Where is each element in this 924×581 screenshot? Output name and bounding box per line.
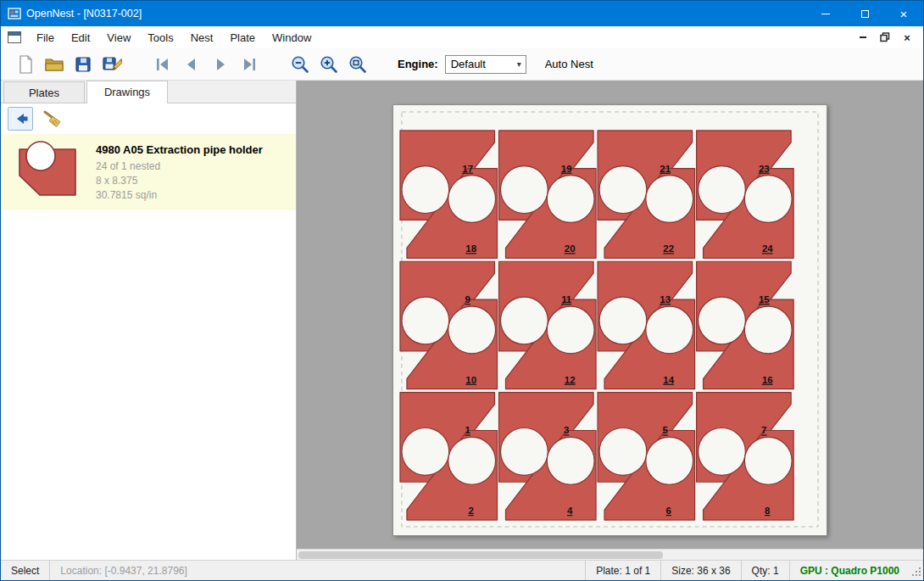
list-item-drawing[interactable]: 4980 A05 Extraction pipe holder 24 of 1 … [1, 134, 296, 210]
save-edit-button[interactable] [97, 51, 126, 78]
go-last-button[interactable] [235, 51, 264, 78]
blue-arrow-left-icon [12, 111, 29, 126]
pipe-hole-cutout [448, 306, 496, 354]
drawings-toolbar [1, 103, 296, 134]
status-plate: Plate: 1 of 1 [585, 561, 660, 580]
part-number-label: 23 [759, 164, 770, 174]
save-button[interactable] [69, 51, 97, 78]
zoom-in-button[interactable] [314, 51, 343, 78]
maximize-icon [861, 10, 869, 18]
menu-nest[interactable]: Nest [182, 28, 222, 47]
status-size: Size: 36 x 36 [660, 561, 740, 580]
pipe-hole-cutout [744, 437, 792, 484]
engine-label: Engine: [398, 58, 438, 70]
send-to-plate-button[interactable] [8, 107, 33, 131]
menu-file[interactable]: File [28, 28, 63, 47]
drawing-list: 4980 A05 Extraction pipe holder 24 of 1 … [1, 134, 296, 560]
nested-pair[interactable]: 56 [598, 393, 695, 520]
nested-pair[interactable]: 78 [697, 393, 794, 520]
drawing-nested-count: 24 of 1 nested [96, 159, 263, 174]
nested-pair[interactable]: 1516 [697, 261, 794, 388]
main-toolbar: Engine: Default ▾ Auto Nest [1, 48, 923, 81]
statusbar: Select Location: [-0.9437, 21.8796] Plat… [1, 560, 923, 580]
nested-pair[interactable]: 1112 [499, 261, 597, 388]
pipe-hole-cutout [699, 427, 746, 475]
auto-nest-button[interactable]: Auto Nest [545, 58, 593, 70]
zoom-in-icon [320, 55, 338, 74]
nested-pair[interactable]: 910 [400, 261, 498, 388]
go-last-icon [240, 57, 259, 72]
mdi-restore-button[interactable] [874, 29, 896, 46]
part-number-label: 7 [761, 425, 766, 435]
nested-pair[interactable]: 1920 [499, 131, 597, 258]
new-document-button[interactable] [11, 51, 40, 78]
nested-pair[interactable]: 1314 [598, 261, 695, 388]
part-number-label: 21 [660, 164, 671, 174]
pipe-hole-cutout [547, 176, 594, 223]
zoom-out-button[interactable] [286, 51, 314, 78]
go-first-button[interactable] [148, 51, 177, 78]
menu-tools[interactable]: Tools [139, 28, 181, 47]
go-next-button[interactable] [206, 51, 235, 78]
open-folder-icon [44, 56, 64, 73]
menu-plate[interactable]: Plate [221, 28, 264, 47]
nested-pair[interactable]: 2122 [598, 131, 695, 258]
part-number-label: 3 [564, 425, 569, 435]
pipe-hole-cutout [699, 297, 746, 344]
status-gpu: GPU : Quadro P1000 [789, 561, 910, 580]
scrollbar-thumb[interactable] [298, 551, 663, 559]
titlebar[interactable]: OpenNest - [N0317-002] × [1, 1, 923, 26]
pipe-hole-cutout [744, 306, 792, 354]
menu-view[interactable]: View [98, 28, 139, 47]
mdi-minimize-button[interactable] [852, 29, 874, 46]
save-edit-icon [102, 55, 122, 74]
pipe-hole-cutout [448, 176, 496, 223]
tab-drawings[interactable]: Drawings [86, 81, 168, 103]
part-number-label: 13 [660, 294, 671, 304]
pipe-hole-cutout [599, 166, 647, 214]
nesting-canvas[interactable]: 171819202122232491011121314151612345678 [297, 81, 923, 560]
maximize-button[interactable] [845, 1, 884, 26]
drawing-info: 4980 A05 Extraction pipe holder 24 of 1 … [96, 142, 263, 203]
mdi-restore-icon [880, 32, 890, 42]
open-button[interactable] [40, 51, 69, 78]
nested-pair[interactable]: 12 [400, 393, 498, 520]
resize-grip[interactable] [910, 565, 921, 577]
drawing-title: 4980 A05 Extraction pipe holder [96, 142, 263, 157]
menu-window[interactable]: Window [264, 28, 320, 47]
pipe-hole-cutout [599, 297, 647, 344]
part-number-label: 1 [465, 425, 470, 435]
go-first-icon [153, 57, 172, 72]
child-window-icon[interactable] [8, 31, 21, 43]
pipe-hole-cutout [402, 297, 449, 344]
pipe-hole-cutout [646, 176, 693, 223]
status-location: Location: [-0.9437, 21.8796] [49, 561, 197, 580]
part-number-label: 6 [666, 506, 671, 516]
zoom-out-icon [291, 55, 309, 74]
zoom-fit-button[interactable] [343, 51, 372, 78]
pipe-hole-cutout [501, 166, 548, 214]
mdi-close-button[interactable]: × [896, 29, 918, 46]
nested-pair[interactable]: 2324 [697, 131, 794, 258]
broom-icon [42, 109, 63, 128]
go-previous-button[interactable] [177, 51, 206, 78]
close-button[interactable]: × [884, 1, 923, 26]
minimize-button[interactable] [806, 1, 845, 26]
tab-plates[interactable]: Plates [3, 81, 85, 103]
clean-button[interactable] [40, 107, 65, 131]
main-area: Plates Drawings [1, 81, 923, 560]
plate-svg[interactable]: 171819202122232491011121314151612345678 [393, 105, 827, 535]
nested-pair[interactable]: 1718 [400, 131, 498, 258]
horizontal-scrollbar[interactable] [297, 549, 923, 560]
engine-select[interactable]: Default ▾ [445, 55, 526, 74]
part-number-label: 20 [565, 243, 576, 254]
zoom-fit-icon [348, 55, 367, 74]
part-number-label: 4 [567, 506, 573, 516]
part-number-label: 15 [759, 294, 770, 304]
nested-pair[interactable]: 34 [499, 393, 597, 520]
plate[interactable]: 171819202122232491011121314151612345678 [392, 104, 827, 536]
pipe-hole-cutout [646, 306, 693, 354]
app-window: OpenNest - [N0317-002] × File Edit View … [0, 0, 924, 581]
menu-edit[interactable]: Edit [63, 28, 98, 47]
left-panel: Plates Drawings [1, 81, 297, 560]
